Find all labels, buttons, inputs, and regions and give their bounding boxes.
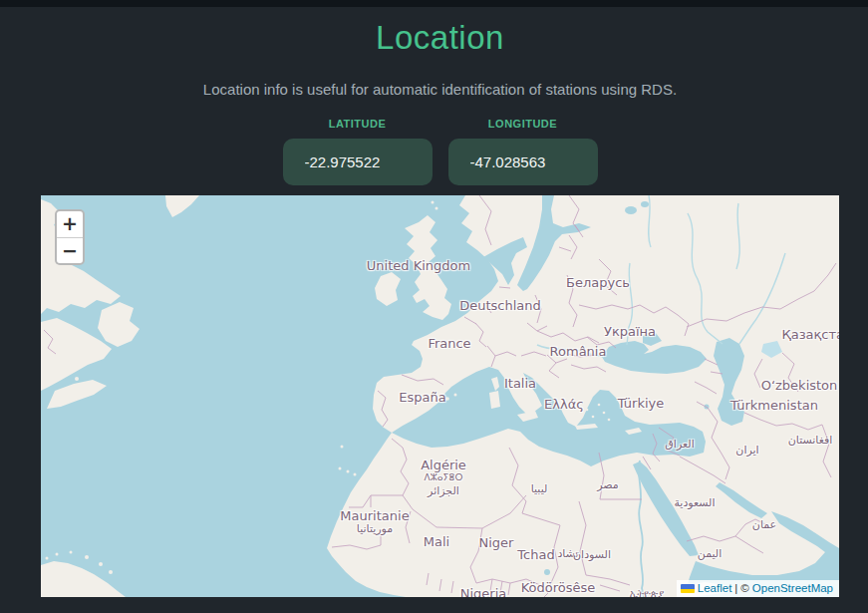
- map-country-label: الجزائر: [428, 484, 459, 497]
- map-country-label: السعودية: [674, 496, 715, 509]
- map-country-label: Niger: [479, 535, 514, 550]
- map-country-label: România: [550, 344, 607, 359]
- ukraine-flag-icon: [681, 584, 695, 593]
- map-country-label: ኢትዮጵያ: [630, 588, 664, 597]
- coordinates-form: LATITUDE LONGITUDE: [41, 118, 839, 185]
- map-country-label: O‘zbekiston: [761, 378, 838, 393]
- map-country-label: موريتانيا: [357, 522, 393, 535]
- map-country-label: اليمن: [698, 547, 722, 560]
- map-country-label: Ködörösêse: [521, 580, 596, 595]
- map-country-label: Tchad: [517, 547, 554, 562]
- map-country-label: Deutschland: [459, 298, 541, 313]
- map-country-label: Ελλάς: [544, 397, 584, 412]
- map-country-label: Nigeria: [460, 586, 507, 598]
- map-country-label: السودان: [573, 548, 611, 561]
- map-attribution: Leaflet | © OpenStreetMap: [677, 580, 839, 597]
- latitude-input[interactable]: [283, 139, 433, 185]
- top-strip: [0, 0, 868, 7]
- openstreetmap-link[interactable]: OpenStreetMap: [752, 582, 833, 594]
- zoom-out-button[interactable]: −: [57, 237, 83, 263]
- map-country-label: ⴷⵣⴰⵢⴻⵔ: [425, 472, 463, 482]
- map-country-label: مصر: [597, 478, 619, 491]
- map-country-label: Türkmenistan: [730, 398, 818, 413]
- map-country-label: España: [399, 390, 445, 405]
- location-page: Location Location info is useful for aut…: [41, 19, 839, 597]
- latitude-field-group: LATITUDE: [283, 118, 433, 185]
- leaflet-map[interactable]: United KingdomБеларусьDeutschlandУкраїна…: [41, 195, 839, 597]
- zoom-in-button[interactable]: +: [57, 211, 83, 237]
- map-country-label: Italia: [504, 376, 536, 391]
- map-country-label: العراق: [665, 438, 694, 451]
- longitude-field-group: LONGITUDE: [448, 118, 598, 185]
- copyright-symbol: ©: [740, 582, 748, 594]
- map-country-label: United Kingdom: [367, 258, 470, 273]
- map-country-label: Türkiye: [618, 396, 665, 411]
- map-country-label: Беларусь: [566, 275, 630, 290]
- map-country-label: ايران: [735, 444, 758, 457]
- map-country-label: Қазақстан: [781, 327, 839, 342]
- page-subtitle: Location info is useful for automatic id…: [41, 81, 839, 98]
- map-country-label: Mauritanie: [340, 508, 409, 523]
- map-country-label: عمان: [752, 518, 776, 531]
- map-country-label: Algérie: [421, 458, 466, 472]
- latitude-label: LATITUDE: [329, 118, 387, 130]
- leaflet-link[interactable]: Leaflet: [698, 582, 732, 594]
- longitude-input[interactable]: [448, 139, 598, 185]
- map-country-label: ليبيا: [531, 482, 548, 495]
- map-country-label: France: [428, 336, 470, 351]
- map-country-label: Україна: [604, 324, 656, 339]
- page-title: Location: [41, 19, 839, 57]
- longitude-label: LONGITUDE: [488, 118, 557, 130]
- map-country-label: Mali: [424, 534, 449, 549]
- attribution-separator: |: [734, 582, 737, 594]
- map-zoom-control: + −: [55, 209, 85, 265]
- map-country-label: افغانستان: [788, 434, 833, 447]
